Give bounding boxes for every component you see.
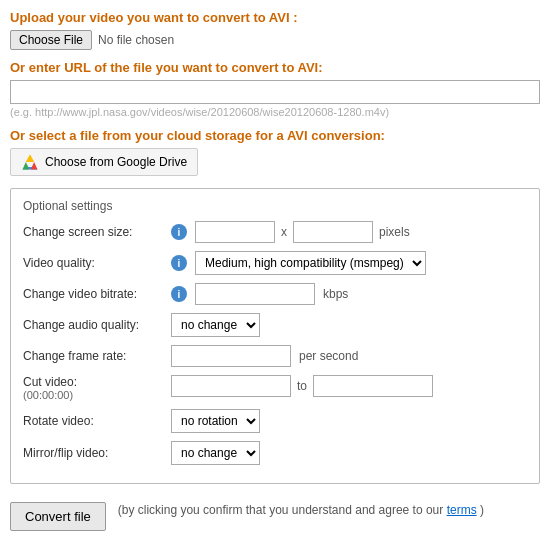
cut-video-sub: (00:00:00)	[23, 389, 163, 401]
screen-size-row: Change screen size: i x pixels	[23, 221, 527, 243]
no-file-label: No file chosen	[98, 33, 174, 47]
cloud-section: Or select a file from your cloud storage…	[10, 128, 540, 176]
screen-size-info-icon[interactable]: i	[171, 224, 187, 240]
google-drive-icon	[21, 153, 39, 171]
url-title: Or enter URL of the file you want to con…	[10, 60, 540, 75]
mirror-select[interactable]: no change horizontal vertical	[171, 441, 260, 465]
frame-rate-label: Change frame rate:	[23, 349, 163, 363]
google-drive-label: Choose from Google Drive	[45, 155, 187, 169]
url-input[interactable]	[10, 80, 540, 104]
upload-section: Upload your video you want to convert to…	[10, 10, 540, 50]
rotate-label: Rotate video:	[23, 414, 163, 428]
video-bitrate-info-icon[interactable]: i	[171, 286, 187, 302]
mirror-video-row: Mirror/flip video: no change horizontal …	[23, 441, 527, 465]
cut-to-text: to	[297, 379, 307, 393]
video-bitrate-label: Change video bitrate:	[23, 287, 163, 301]
cut-video-label-group: Cut video: (00:00:00)	[23, 375, 163, 401]
convert-note-text: (by clicking you confirm that you unders…	[118, 503, 444, 517]
optional-settings-panel: Optional settings Change screen size: i …	[10, 188, 540, 484]
convert-note-end: )	[480, 503, 484, 517]
screen-width-input[interactable]	[195, 221, 275, 243]
video-quality-info-icon[interactable]: i	[171, 255, 187, 271]
audio-quality-label: Change audio quality:	[23, 318, 163, 332]
url-placeholder: (e.g. http://www.jpl.nasa.gov/videos/wis…	[10, 106, 540, 118]
cloud-title: Or select a file from your cloud storage…	[10, 128, 540, 143]
optional-settings-legend: Optional settings	[19, 199, 527, 213]
choose-file-button[interactable]: Choose File	[10, 30, 92, 50]
cut-video-end-input[interactable]	[313, 375, 433, 397]
convert-section: Convert file (by clicking you confirm th…	[10, 496, 540, 531]
frame-rate-row: Change frame rate: per second	[23, 345, 527, 367]
rotate-video-row: Rotate video: no rotation 90° 180° 270°	[23, 409, 527, 433]
terms-link[interactable]: terms	[447, 503, 477, 517]
cut-video-inputs: to	[171, 375, 433, 397]
video-quality-select[interactable]: Medium, high compatibility (msmpeg) Low …	[195, 251, 426, 275]
screen-height-input[interactable]	[293, 221, 373, 243]
audio-quality-row: Change audio quality: no change low medi…	[23, 313, 527, 337]
video-quality-label: Video quality:	[23, 256, 163, 270]
screen-size-label: Change screen size:	[23, 225, 163, 239]
mirror-label: Mirror/flip video:	[23, 446, 163, 460]
upload-title: Upload your video you want to convert to…	[10, 10, 540, 25]
x-separator: x	[281, 225, 287, 239]
frame-rate-input[interactable]	[171, 345, 291, 367]
video-bitrate-row: Change video bitrate: i kbps	[23, 283, 527, 305]
rotate-select[interactable]: no rotation 90° 180° 270°	[171, 409, 260, 433]
cut-video-start-input[interactable]	[171, 375, 291, 397]
convert-note: (by clicking you confirm that you unders…	[118, 502, 484, 519]
video-bitrate-input[interactable]	[195, 283, 315, 305]
screen-size-unit: pixels	[379, 225, 410, 239]
audio-quality-select[interactable]: no change low medium high	[171, 313, 260, 337]
frame-rate-unit: per second	[299, 349, 358, 363]
url-section: Or enter URL of the file you want to con…	[10, 60, 540, 118]
video-bitrate-unit: kbps	[323, 287, 348, 301]
google-drive-button[interactable]: Choose from Google Drive	[10, 148, 198, 176]
cut-video-row: Cut video: (00:00:00) to	[23, 375, 527, 401]
convert-file-button[interactable]: Convert file	[10, 502, 106, 531]
screen-size-inputs: x pixels	[195, 221, 410, 243]
cut-video-label: Cut video:	[23, 375, 163, 389]
video-quality-row: Video quality: i Medium, high compatibil…	[23, 251, 527, 275]
